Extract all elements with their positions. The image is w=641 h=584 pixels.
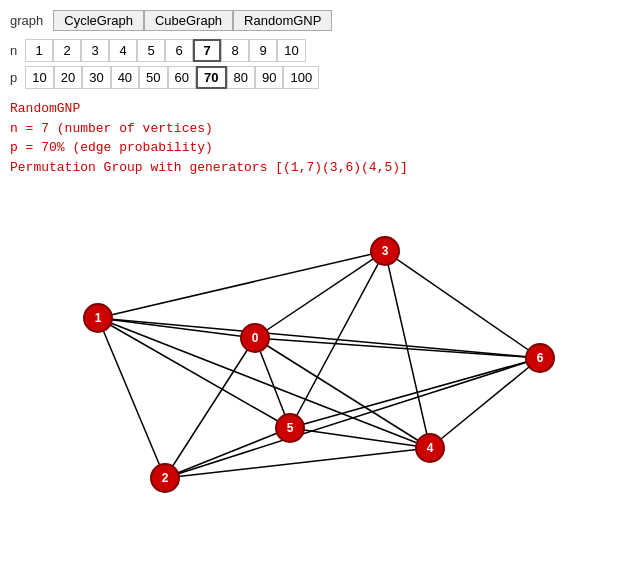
edge-3-5 <box>290 251 385 428</box>
info-box: RandomGNP n = 7 (number of vertices) p =… <box>10 99 631 177</box>
n-btn-9[interactable]: 9 <box>249 39 277 62</box>
p-btn-40[interactable]: 40 <box>111 66 139 89</box>
p-btn-50[interactable]: 50 <box>139 66 167 89</box>
node-label-0: 0 <box>252 331 259 345</box>
node-1: 1 <box>84 304 112 332</box>
n-btn-2[interactable]: 2 <box>53 39 81 62</box>
graph-area: 0123456 <box>10 183 630 523</box>
graph-svg: 0123456 <box>10 183 630 523</box>
info-line3: p = 70% (edge probability) <box>10 138 631 158</box>
graph-label: graph <box>10 13 43 28</box>
node-label-4: 4 <box>427 441 434 455</box>
graph-type-btn-cyclegraph[interactable]: CycleGraph <box>53 10 144 31</box>
p-btn-60[interactable]: 60 <box>168 66 196 89</box>
info-line4: Permutation Group with generators [(1,7)… <box>10 158 631 178</box>
p-btn-30[interactable]: 30 <box>82 66 110 89</box>
p-label: p <box>10 70 17 85</box>
p-value-buttons: 102030405060708090100 <box>25 66 319 89</box>
p-row: p 102030405060708090100 <box>10 66 631 89</box>
p-btn-70[interactable]: 70 <box>196 66 226 89</box>
node-label-6: 6 <box>537 351 544 365</box>
graph-type-buttons: CycleGraphCubeGraphRandomGNP <box>53 10 332 31</box>
toolbar: graph CycleGraphCubeGraphRandomGNP <box>10 10 631 31</box>
graph-type-btn-cubegraph[interactable]: CubeGraph <box>144 10 233 31</box>
edge-3-6 <box>385 251 540 358</box>
info-line1: RandomGNP <box>10 99 631 119</box>
node-label-5: 5 <box>287 421 294 435</box>
n-value-buttons: 12345678910 <box>25 39 305 62</box>
n-row: n 12345678910 <box>10 39 631 62</box>
n-btn-5[interactable]: 5 <box>137 39 165 62</box>
node-4: 4 <box>416 434 444 462</box>
edge-1-3 <box>98 251 385 318</box>
edge-1-2 <box>98 318 165 478</box>
node-5: 5 <box>276 414 304 442</box>
p-btn-20[interactable]: 20 <box>54 66 82 89</box>
n-btn-6[interactable]: 6 <box>165 39 193 62</box>
node-6: 6 <box>526 344 554 372</box>
p-btn-10[interactable]: 10 <box>25 66 53 89</box>
edge-2-6 <box>165 358 540 478</box>
edge-1-6 <box>98 318 540 358</box>
n-btn-4[interactable]: 4 <box>109 39 137 62</box>
edge-2-4 <box>165 448 430 478</box>
n-btn-8[interactable]: 8 <box>221 39 249 62</box>
edge-0-3 <box>255 251 385 338</box>
node-label-1: 1 <box>95 311 102 325</box>
node-3: 3 <box>371 237 399 265</box>
edge-0-6 <box>255 338 540 358</box>
node-label-2: 2 <box>162 471 169 485</box>
graph-type-btn-randomgnp[interactable]: RandomGNP <box>233 10 332 31</box>
node-label-3: 3 <box>382 244 389 258</box>
node-2: 2 <box>151 464 179 492</box>
n-btn-10[interactable]: 10 <box>277 39 305 62</box>
p-btn-80[interactable]: 80 <box>227 66 255 89</box>
info-line2: n = 7 (number of vertices) <box>10 119 631 139</box>
edge-4-6 <box>430 358 540 448</box>
n-btn-1[interactable]: 1 <box>25 39 53 62</box>
edge-5-6 <box>290 358 540 428</box>
n-btn-7[interactable]: 7 <box>193 39 221 62</box>
node-0: 0 <box>241 324 269 352</box>
edge-4-5 <box>290 428 430 448</box>
p-btn-100[interactable]: 100 <box>283 66 319 89</box>
edge-0-2 <box>165 338 255 478</box>
n-btn-3[interactable]: 3 <box>81 39 109 62</box>
n-label: n <box>10 43 17 58</box>
p-btn-90[interactable]: 90 <box>255 66 283 89</box>
